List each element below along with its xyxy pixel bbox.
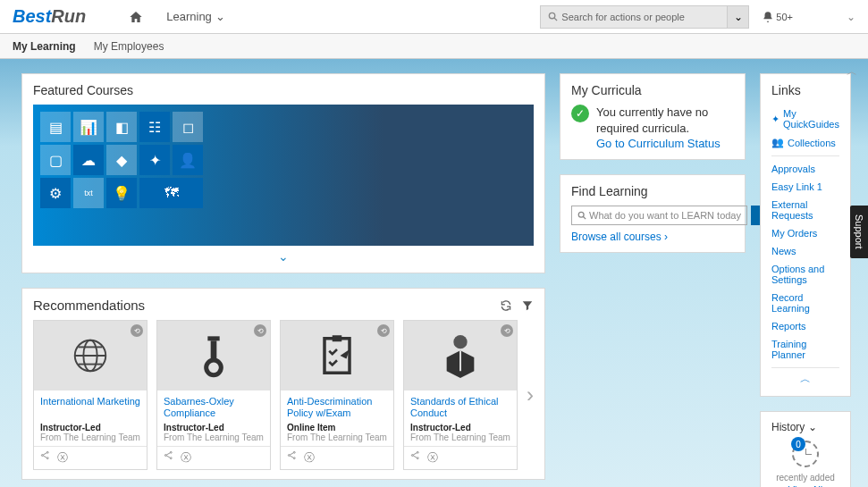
nav-learning-dropdown[interactable]: Learning ⌄ [166,10,225,23]
link-icon[interactable]: ⟲ [131,324,143,337]
recommendation-card: ⟲ Standards of Ethical Conduct Instructo… [403,320,518,470]
share-icon[interactable] [164,450,173,466]
card-title-link[interactable]: Anti-Descrimination Policy w/Exam [287,396,387,419]
history-toggle[interactable]: History ⌄ [771,421,839,433]
svg-point-8 [46,451,48,453]
curriculum-status-link[interactable]: Go to Curriculum Status [596,137,734,150]
refresh-icon[interactable] [500,299,512,312]
share-icon[interactable] [287,450,297,466]
link-icon[interactable]: ⟲ [254,324,266,337]
tile-icon: ☷ [139,112,170,142]
featured-carousel-image[interactable]: ▤ 📊 ◧ ☷ ◻ ▢ ☁ ◆ ✦ 👤 ⚙ txt 💡 🗺 [33,105,534,246]
tile-icon: txt [73,178,104,208]
tile-icon: 🗺 [139,178,203,208]
check-icon: ✓ [571,105,589,122]
svg-point-0 [550,13,555,18]
card-title-link[interactable]: Sabarnes-Oxley Compliance [164,396,264,419]
search-icon [548,12,558,21]
search-input[interactable]: Search for actions or people [540,5,728,29]
svg-line-34 [583,217,586,220]
link-record-learning[interactable]: Record Learning [771,289,839,317]
tile-icon: ◻ [173,112,203,142]
featured-expand-icon[interactable]: ⌄ [33,246,534,264]
search-icon [577,211,586,220]
logo[interactable]: BestRun [13,6,86,27]
svg-point-30 [417,458,418,459]
link-reports[interactable]: Reports [771,317,839,335]
svg-point-28 [411,455,413,457]
notifications[interactable]: 50+ [762,11,793,23]
links-title: Links [771,83,839,97]
find-learning-title: Find Learning [571,184,734,198]
tab-my-employees[interactable]: My Employees [94,40,164,53]
link-options-settings[interactable]: Options and Settings [771,260,839,289]
support-tab[interactable]: Support [850,206,868,258]
dismiss-icon[interactable]: ⓧ [181,450,191,466]
browse-all-link[interactable]: Browse all courses › [571,231,734,243]
filter-icon[interactable] [521,299,534,312]
svg-point-16 [170,452,172,454]
card-from: From The Learning Team [164,432,264,442]
carousel-next-icon[interactable]: › [527,382,534,407]
svg-rect-12 [207,336,219,340]
svg-point-33 [578,213,584,218]
tile-icon: 📊 [73,112,104,142]
card-thumbnail: ⟲ [157,321,270,390]
svg-line-1 [554,18,557,21]
link-training-planner[interactable]: Training Planner [771,335,839,364]
link-external-requests[interactable]: External Requests [771,196,839,224]
card-type: Instructor-Led [40,423,140,432]
card-thumbnail: ⟲ [281,321,393,390]
search-placeholder: Search for actions or people [561,12,685,22]
svg-point-15 [164,455,166,457]
chevron-down-icon: ⌄ [215,10,225,23]
recommendation-card: ⟲ Anti-Descrimination Policy w/Exam Onli… [280,320,394,470]
svg-point-22 [288,455,290,457]
tile-icon: 👤 [173,145,203,175]
link-approvals[interactable]: Approvals [771,160,839,178]
svg-point-14 [206,360,222,375]
card-type: Instructor-Led [410,423,510,432]
link-quickguides[interactable]: ✦My QuickGuides [771,105,839,133]
link-my-orders[interactable]: My Orders [771,224,839,242]
curricula-text: You currently have no required curricula… [596,105,734,137]
svg-line-19 [166,456,170,458]
card-from: From The Learning Team [410,432,510,442]
tile-icon: ◧ [106,112,137,142]
dismiss-icon[interactable]: ⓧ [427,450,438,466]
svg-line-11 [43,456,46,458]
share-icon[interactable] [410,450,420,466]
svg-point-17 [170,458,172,459]
tab-my-learning[interactable]: My Learning [13,40,76,53]
link-icon[interactable]: ⟲ [377,324,390,337]
link-easy-link[interactable]: Easy Link 1 [771,178,839,196]
collapse-panel-icon[interactable]: ︿ [847,64,857,80]
card-from: From The Learning Team [40,432,140,442]
links-collapse-icon[interactable]: ︿ [771,367,839,387]
tile-icon: ▤ [40,112,71,142]
star-icon: ✦ [771,113,780,125]
svg-point-27 [453,335,467,348]
svg-point-29 [417,452,418,454]
link-collections[interactable]: 👥Collections [771,133,839,152]
card-title-link[interactable]: International Marketing [40,396,140,419]
home-icon[interactable] [129,10,143,24]
link-icon[interactable]: ⟲ [501,324,513,337]
svg-line-18 [166,453,170,455]
find-learning-input[interactable]: What do you want to LEARN today [571,206,747,225]
chevron-down-icon: ⌄ [808,421,817,433]
chevron-right-icon: › [664,231,668,243]
dismiss-icon[interactable]: ⓧ [57,450,68,466]
card-thumbnail: ⟲ [34,321,147,390]
link-news[interactable]: News [771,242,839,260]
search-dropdown[interactable]: ⌄ [728,5,749,29]
svg-point-24 [293,458,295,459]
dismiss-icon[interactable]: ⓧ [304,450,315,466]
card-title-link[interactable]: Standards of Ethical Conduct [410,396,510,419]
share-icon[interactable] [40,450,50,466]
user-dropdown[interactable]: ⌄ [847,11,855,23]
svg-point-7 [41,455,43,457]
card-from: From The Learning Team [287,432,387,442]
svg-point-23 [293,452,295,454]
tile-icon: ☁ [73,145,104,175]
